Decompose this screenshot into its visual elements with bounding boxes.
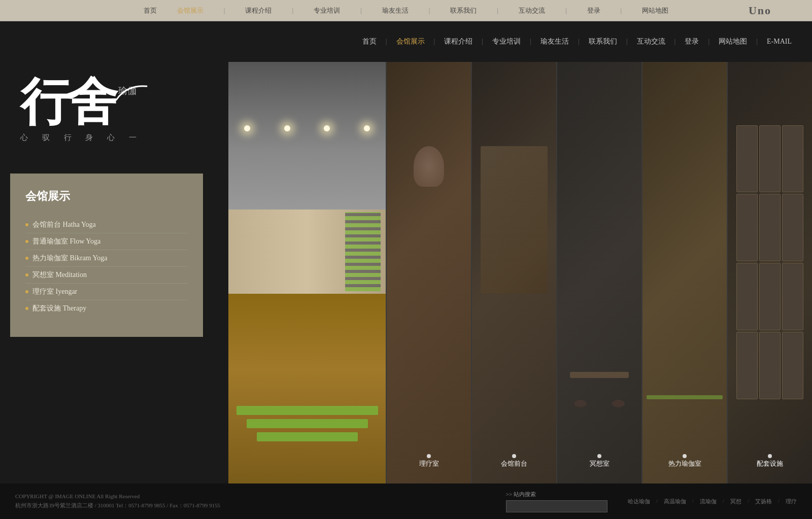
figure-icon [414,146,444,187]
browser-nav-training[interactable]: 专业培训 [314,6,340,15]
thumb-label: 会馆前台 [501,459,527,468]
nav-sep2: | [482,38,483,46]
browser-sep2: | [292,7,293,15]
nav-home[interactable]: 首页 [362,37,377,46]
ceiling-light [284,125,290,131]
site-header: 首页 | 会馆展示 | 课程介绍 | 专业培训 | 瑜友生活 | 联系我们 | … [0,21,812,62]
sidebar-title: 会馆展示 [25,189,188,204]
nav-training[interactable]: 专业培训 [492,37,521,46]
yoga-mat [236,406,378,415]
nav-sep8: | [756,38,758,46]
footer-search-input[interactable] [506,500,607,512]
list-bullet [25,240,28,243]
nav-gallery[interactable]: 会馆展示 [396,37,425,46]
browser-bar: 首页 会馆展示 | 课程介绍 | 专业培训 | 瑜友生活 | 联系我们 | 互动… [0,0,812,21]
browser-nav-sitemap[interactable]: 网站地图 [642,6,668,15]
list-item-label: 普通瑜伽室 Flow Yoga [32,237,100,246]
tag-iyengar[interactable]: 艾扬格 [755,498,772,505]
thumb-dot [683,454,687,458]
nav-sep7: | [708,38,709,46]
browser-sep6: | [565,7,567,15]
nav-email[interactable]: E-MAIL [767,38,792,46]
nav-courses[interactable]: 课程介绍 [444,37,472,46]
tag-hot[interactable]: 高温瑜伽 [664,498,686,505]
nav-contact[interactable]: 联系我们 [589,37,617,46]
footer-tags: 哈达瑜伽 / 高温瑜伽 / 流瑜伽 / 冥想 / 艾扬格 / 理疗 [628,498,797,505]
list-item-label: 会馆前台 Hatha Yoga [32,220,96,229]
nav-sep6: | [674,38,676,46]
site-footer: COPYRIGHT @ IMAGE ONLINE All Right Reser… [0,483,812,519]
sidebar-card: 会馆展示 会馆前台 Hatha Yoga 普通瑜伽室 Flow Yoga 热力瑜… [10,174,203,337]
nav-interact[interactable]: 互动交流 [637,37,665,46]
thumb-dot [512,454,516,458]
list-item-label: 理疗室 Iyengar [32,287,77,296]
thumb-liaoyu[interactable]: 理疗室 [386,62,471,483]
ceiling-light [244,125,250,131]
main-gallery-photo[interactable] [228,62,386,483]
browser-sep4: | [429,7,430,15]
browser-nav-login[interactable]: 登录 [587,6,600,15]
list-item[interactable]: 普通瑜伽室 Flow Yoga [25,233,188,250]
left-panel: 行舍 瑜伽 心 驭 行 身 心 一 会馆展示 会馆前台 Hatha Yoga [0,62,228,483]
list-item[interactable]: 会馆前台 Hatha Yoga [25,217,188,233]
logo-chinese: 行舍 瑜伽 [20,77,137,128]
thumb-peitao[interactable]: 配套设施 [727,62,812,483]
nav-sep4: | [578,38,580,46]
thumb-label: 热力瑜伽室 [668,459,701,468]
thumb-reli[interactable]: 热力瑜伽室 [641,62,727,483]
list-item-label: 热力瑜伽室 Bikram Yoga [32,254,107,263]
nav-sep0: | [386,38,387,46]
list-bullet [25,290,28,293]
thumb-label: 冥想室 [590,459,610,468]
meditation-table [570,372,629,378]
ceiling-light [364,125,370,131]
logo-text: 行舍 [20,74,114,130]
yoga-mat [247,419,368,428]
lockers-grid [736,125,804,399]
list-item-label: 配套设施 Therapy [32,304,86,313]
browser-nav-interact[interactable]: 互动交流 [519,6,545,15]
browser-nav-contact[interactable]: 联系我们 [450,6,477,15]
thumb-mingxiang[interactable]: 冥想室 [556,62,641,483]
browser-sep7: | [621,7,622,15]
tag-flow[interactable]: 流瑜伽 [700,498,717,505]
list-bullet [25,273,28,276]
nav-sep1: | [434,38,435,46]
footer-address: 杭州市浙大路39号紫兰酒店二楼 / 310001 Tel：0571-8799 9… [15,501,486,510]
list-item[interactable]: 热力瑜伽室 Bikram Yoga [25,250,188,267]
list-bullet [25,223,28,226]
footer-copyright: COPYRIGHT @ IMAGE ONLINE All Right Reser… [15,492,486,510]
thumb-label: 理疗室 [419,459,439,468]
thumb-dot [597,454,601,458]
list-item[interactable]: 冥想室 Meditation [25,267,188,284]
browser-sep3: | [360,7,362,15]
logo-area: 行舍 瑜伽 心 驭 行 身 心 一 [20,77,208,143]
yoga-mat [257,432,358,441]
main-content: 行舍 瑜伽 心 驭 行 身 心 一 会馆展示 会馆前台 Hatha Yoga [0,62,812,483]
tag-therapy[interactable]: 理疗 [786,498,797,505]
nav-login[interactable]: 登录 [685,37,699,46]
footer-search-label: >> 站内搜索 [506,491,607,498]
nav-sitemap[interactable]: 网站地图 [719,37,747,46]
browser-nav-life[interactable]: 瑜友生活 [382,6,409,15]
browser-nav-courses[interactable]: 课程介绍 [245,6,272,15]
list-item-label: 冥想室 Meditation [32,270,87,280]
logo-brush-icon [111,82,152,102]
thumb-label: 配套设施 [757,459,783,468]
browser-nav-gallery[interactable]: 会馆展示 [177,6,204,15]
thumb-dot [768,454,772,458]
footer-search: >> 站内搜索 [506,491,607,512]
nav-sep5: | [626,38,628,46]
browser-nav-home[interactable]: 首页 [144,6,157,15]
list-item[interactable]: 理疗室 Iyengar [25,284,188,300]
browser-sep1: | [224,7,225,15]
thumbnails-strip: 理疗室 会馆前台 冥想室 [386,62,812,483]
list-bullet [25,307,28,310]
thumb-qiantai[interactable]: 会馆前台 [471,62,556,483]
tag-hatha[interactable]: 哈达瑜伽 [628,498,650,505]
tag-meditation[interactable]: 冥想 [730,498,741,505]
copyright-text: COPYRIGHT @ IMAGE ONLINE All Right Reser… [15,492,486,501]
list-item[interactable]: 配套设施 Therapy [25,300,188,317]
logo-tagline: 心 驭 行 身 心 一 [20,133,208,143]
nav-life[interactable]: 瑜友生活 [540,37,569,46]
